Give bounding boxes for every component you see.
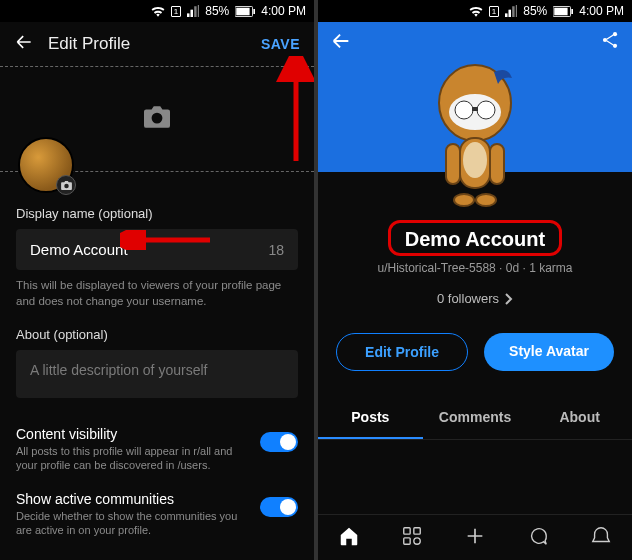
bottom-nav	[318, 514, 632, 560]
svg-rect-2	[254, 9, 256, 14]
browse-icon[interactable]	[401, 525, 423, 551]
svg-point-21	[454, 194, 474, 206]
create-icon[interactable]	[464, 525, 486, 551]
back-icon[interactable]	[330, 30, 352, 56]
profile-tabs: Posts Comments About	[318, 397, 632, 440]
battery-icon	[235, 6, 255, 17]
svg-rect-19	[446, 144, 460, 184]
page-title: Edit Profile	[48, 34, 247, 54]
wifi-icon	[469, 5, 483, 17]
home-icon[interactable]	[338, 525, 360, 551]
display-name-label: Display name (optional)	[16, 206, 298, 221]
content-visibility-sub: All posts to this profile will appear in…	[16, 444, 250, 473]
svg-point-26	[414, 537, 420, 543]
avatar-mascot	[420, 48, 530, 218]
svg-point-8	[603, 38, 607, 42]
chat-icon[interactable]	[527, 525, 549, 551]
avatar-upload[interactable]	[18, 137, 74, 193]
tab-posts[interactable]: Posts	[318, 397, 423, 439]
content-visibility-title: Content visibility	[16, 426, 250, 442]
signal-icon	[187, 5, 199, 17]
share-icon[interactable]	[600, 30, 620, 54]
about-input[interactable]: A little description of yourself	[16, 350, 298, 398]
style-avatar-button[interactable]: Style Avatar	[484, 333, 614, 371]
about-label: About (optional)	[16, 327, 298, 342]
show-communities-row: Show active communities Decide whether t…	[0, 491, 314, 538]
svg-rect-25	[404, 537, 410, 543]
edit-profile-header: Edit Profile SAVE	[0, 22, 314, 66]
about-section: About (optional) A little description of…	[0, 309, 314, 398]
svg-point-10	[613, 44, 617, 48]
svg-rect-16	[472, 107, 478, 111]
profile-view-screen: 1 85% 4:00 PM Demo Accou	[318, 0, 632, 560]
status-bar: 1 85% 4:00 PM	[318, 0, 632, 22]
content-visibility-row: Content visibility All posts to this pro…	[0, 426, 314, 473]
svg-point-14	[455, 101, 473, 119]
battery-percent: 85%	[205, 4, 229, 18]
show-communities-toggle[interactable]	[260, 497, 298, 517]
profile-actions: Edit Profile Style Avatar	[318, 333, 632, 371]
show-communities-title: Show active communities	[16, 491, 250, 507]
display-name-value: Demo Account	[30, 241, 268, 258]
followers-count: 0 followers	[437, 291, 499, 306]
clock: 4:00 PM	[579, 4, 624, 18]
sim-indicator: 1	[171, 6, 181, 17]
svg-rect-24	[414, 527, 420, 533]
char-counter: 18	[268, 242, 284, 258]
camera-icon	[56, 175, 76, 195]
edit-profile-screen: 1 85% 4:00 PM Edit Profile SAVE Display …	[0, 0, 314, 560]
svg-rect-7	[572, 9, 574, 14]
display-name-input[interactable]: Demo Account 18	[16, 229, 298, 270]
banner-upload-zone[interactable]	[0, 66, 314, 172]
back-icon[interactable]	[14, 32, 34, 56]
battery-percent: 85%	[523, 4, 547, 18]
status-bar: 1 85% 4:00 PM	[0, 0, 314, 22]
svg-point-15	[477, 101, 495, 119]
svg-rect-6	[555, 7, 568, 15]
svg-rect-20	[490, 144, 504, 184]
wifi-icon	[151, 5, 165, 17]
svg-point-18	[463, 142, 487, 178]
svg-point-22	[476, 194, 496, 206]
chevron-right-icon	[505, 293, 513, 305]
sim-indicator: 1	[489, 6, 499, 17]
inbox-icon[interactable]	[590, 525, 612, 551]
edit-profile-button[interactable]: Edit Profile	[336, 333, 468, 371]
signal-icon	[505, 5, 517, 17]
followers-link[interactable]: 0 followers	[437, 291, 513, 306]
svg-rect-1	[237, 7, 250, 15]
camera-icon	[144, 106, 170, 132]
content-visibility-toggle[interactable]	[260, 432, 298, 452]
clock: 4:00 PM	[261, 4, 306, 18]
svg-rect-23	[404, 527, 410, 533]
battery-icon	[553, 6, 573, 17]
save-button[interactable]: SAVE	[261, 36, 300, 52]
profile-userline: u/Historical-Tree-5588 · 0d · 1 karma	[318, 261, 632, 275]
profile-banner	[318, 22, 632, 172]
svg-point-9	[613, 32, 617, 36]
tab-comments[interactable]: Comments	[423, 397, 528, 439]
show-communities-sub: Decide whether to show the communities y…	[16, 509, 250, 538]
tab-about[interactable]: About	[527, 397, 632, 439]
display-name-hint: This will be displayed to viewers of you…	[16, 278, 298, 309]
profile-display-name: Demo Account	[393, 224, 557, 255]
